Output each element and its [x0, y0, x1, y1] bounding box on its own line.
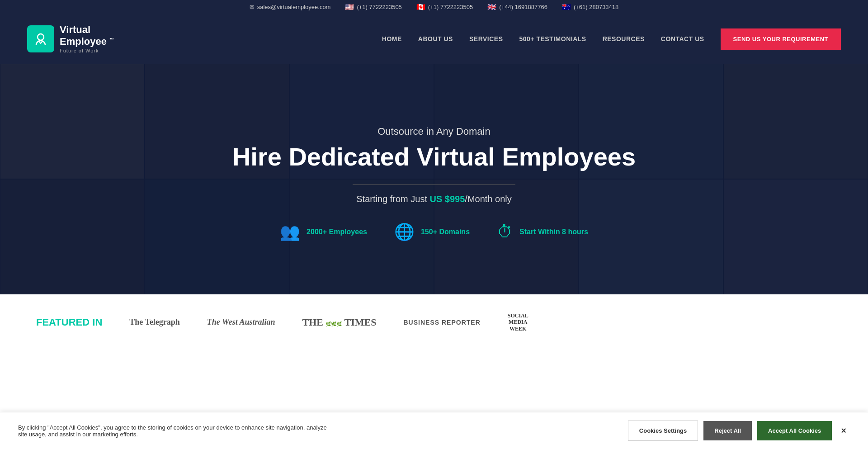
- employees-label: 2000+ Employees: [307, 228, 367, 236]
- hero-divider: [353, 184, 515, 185]
- email-contact: ✉ sales@virtualemployee.com: [250, 4, 331, 10]
- featured-prefix: FEATURED: [36, 317, 92, 328]
- pricing-suffix: /Month only: [465, 194, 511, 204]
- featured-logo-times: THE 🌿🌿🌿 TIMES: [302, 317, 377, 328]
- nav-about[interactable]: ABOUT US: [418, 35, 453, 43]
- domains-icon: 🌐: [394, 222, 415, 241]
- main-nav: HOME ABOUT US SERVICES 500+ TESTIMONIALS…: [382, 28, 841, 50]
- cta-button[interactable]: SEND US YOUR REQUIREMENT: [721, 28, 841, 50]
- pricing-highlight: US $995: [430, 194, 465, 204]
- hero-section: Outsource in Any Domain Hire Dedicated V…: [0, 64, 868, 294]
- featured-logo-telegraph: The Telegraph: [129, 317, 180, 327]
- featured-section: FEATURED IN The Telegraph The West Austr…: [0, 294, 868, 350]
- hero-content: Outsource in Any Domain Hire Dedicated V…: [223, 99, 645, 260]
- stat-domains: 🌐 150+ Domains: [394, 222, 470, 241]
- ca-phone: 🇨🇦 (+1) 7722223505: [416, 3, 473, 11]
- hero-pricing: Starting from Just US $995/Month only: [232, 194, 636, 204]
- featured-title: FEATURED IN: [36, 317, 102, 328]
- stat-start: ⏱ Start Within 8 hours: [497, 222, 588, 241]
- brand-name: VirtualEmployee ™: [60, 24, 114, 48]
- uk-number: (+44) 1691887766: [499, 4, 547, 10]
- featured-logos: The Telegraph The West Australian THE 🌿🌿…: [129, 312, 832, 332]
- start-label: Start Within 8 hours: [519, 228, 588, 236]
- nav-home[interactable]: HOME: [382, 35, 402, 43]
- svg-point-0: [38, 34, 44, 40]
- nav-resources[interactable]: RESOURCES: [603, 35, 645, 43]
- hero-title: Hire Dedicated Virtual Employees: [232, 143, 636, 171]
- stat-employees: 👥 2000+ Employees: [280, 222, 367, 241]
- ca-number: (+1) 7722223505: [428, 4, 473, 10]
- featured-highlight: IN: [92, 317, 102, 328]
- email-icon: ✉: [250, 4, 255, 10]
- featured-logo-social: SOCIALMEDIAWEEK: [508, 312, 528, 332]
- email-address: sales@virtualemployee.com: [257, 4, 331, 10]
- nav-services[interactable]: SERVICES: [469, 35, 503, 43]
- hero-subtitle: Outsource in Any Domain: [232, 126, 636, 137]
- hero-stats: 👥 2000+ Employees 🌐 150+ Domains ⏱ Start…: [232, 222, 636, 241]
- uk-flag: 🇬🇧: [487, 3, 496, 11]
- uk-phone: 🇬🇧 (+44) 1691887766: [487, 3, 547, 11]
- us-phone: 🇺🇸 (+1) 7722223505: [345, 3, 401, 11]
- pricing-prefix: Starting from Just: [356, 194, 429, 204]
- logo-icon: [27, 25, 54, 52]
- nav-testimonials[interactable]: 500+ TESTIMONIALS: [519, 35, 586, 43]
- ca-flag: 🇨🇦: [416, 3, 425, 11]
- us-flag: 🇺🇸: [345, 3, 354, 11]
- us-number: (+1) 7722223505: [357, 4, 401, 10]
- employees-icon: 👥: [280, 222, 300, 241]
- logo-text: VirtualEmployee ™ Future of Work: [60, 24, 114, 54]
- featured-logo-reporter: BUSINESS REPORTER: [404, 319, 481, 326]
- header: VirtualEmployee ™ Future of Work HOME AB…: [0, 14, 868, 64]
- brand-tagline: Future of Work: [60, 48, 114, 54]
- au-flag: 🇦🇺: [562, 3, 571, 11]
- nav-contact[interactable]: CONTACT US: [661, 35, 704, 43]
- featured-logo-west: The West Australian: [207, 317, 275, 327]
- au-number: (+61) 280733418: [574, 4, 618, 10]
- domains-label: 150+ Domains: [421, 228, 470, 236]
- start-icon: ⏱: [497, 222, 513, 241]
- au-phone: 🇦🇺 (+61) 280733418: [562, 3, 618, 11]
- top-bar: ✉ sales@virtualemployee.com 🇺🇸 (+1) 7722…: [0, 0, 868, 14]
- logo: VirtualEmployee ™ Future of Work: [27, 24, 114, 54]
